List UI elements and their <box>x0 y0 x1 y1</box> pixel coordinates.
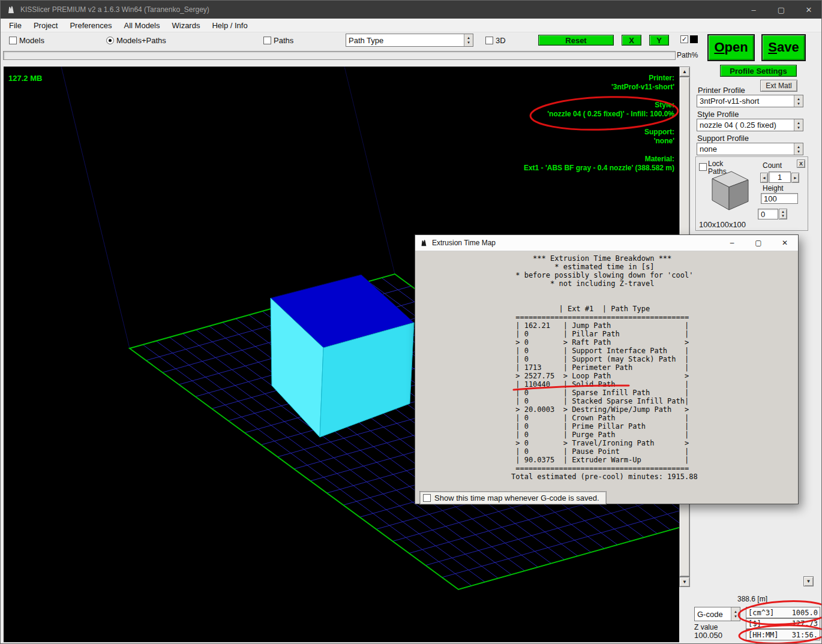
style-profile-dropdown[interactable]: nozzle 04 ( 0.25 fixed) ▲ ▼ <box>697 119 803 131</box>
window-title: KISSlicer PREMIUM v2 a 1.6.3 Win64 (Tara… <box>20 5 209 14</box>
menu-project[interactable]: Project <box>28 20 64 31</box>
ext-matl-button[interactable]: Ext Matl <box>760 80 797 92</box>
time-readout: [HH:MM] 31:56. <box>746 629 820 640</box>
models-paths-label: Models+Paths <box>116 36 166 45</box>
panel-scroll-down-icon[interactable]: ▼ <box>803 576 814 586</box>
time-map-title: Extrusion Time Map <box>432 239 496 247</box>
path-pct-checkbox[interactable]: ✓ <box>680 35 688 43</box>
profile-settings-button[interactable]: Profile Settings <box>720 65 797 77</box>
count-label: Count <box>763 161 782 170</box>
path-type-value: Path Type <box>346 35 464 46</box>
spin-up-icon: ▲ <box>797 97 800 101</box>
path-pct-label: Path% <box>677 51 698 59</box>
app-window: KISSlicer PREMIUM v2 a 1.6.3 Win64 (Tara… <box>0 0 822 644</box>
style-profile-label: Style Profile <box>697 110 739 119</box>
minimize-icon[interactable]: – <box>719 235 745 251</box>
style-profile-spinner[interactable]: ▲ ▼ <box>794 119 803 131</box>
time-map-icon <box>419 239 428 247</box>
three-d-label: 3D <box>496 36 506 45</box>
cost-readout: [$] 127.73 <box>746 618 820 629</box>
spin-up-icon: ▲ <box>467 36 470 40</box>
paths-checkbox[interactable] <box>263 37 271 44</box>
printer-profile-label: Printer Profile <box>698 86 745 95</box>
support-value: 'none' <box>524 137 674 146</box>
volume-readout: [cm^3] 1005.0 <box>746 607 820 618</box>
delete-model-button[interactable]: X <box>797 160 805 168</box>
gcode-value: G-code <box>695 609 731 619</box>
save-button[interactable]: Save <box>761 34 806 61</box>
close-icon[interactable]: ✕ <box>772 235 798 251</box>
spin-up-icon: ▲ <box>797 145 800 149</box>
show-time-map-option[interactable]: Show this time map whenever G-code is sa… <box>420 492 606 504</box>
z-offset-spinner[interactable]: ▲ ▼ <box>779 209 787 219</box>
scroll-down-icon[interactable]: ▼ <box>679 577 690 587</box>
models-paths-radio[interactable] <box>106 37 114 44</box>
count-field[interactable]: 1 <box>769 171 791 183</box>
height-label: Height <box>763 184 784 192</box>
model-dimensions-label: 100x100x100 <box>699 220 746 229</box>
menu-file[interactable]: File <box>3 20 28 31</box>
menu-help-info[interactable]: Help / Info <box>206 20 253 31</box>
printer-value: '3ntProf-v11-short' <box>524 83 674 92</box>
support-profile-dropdown[interactable]: none ▲ ▼ <box>697 143 803 155</box>
models-radio[interactable] <box>9 37 17 44</box>
height-field[interactable]: 100 <box>761 193 798 204</box>
memory-readout: 127.2 MB <box>8 74 42 83</box>
spin-down-icon: ▼ <box>467 41 470 44</box>
reset-button[interactable]: Reset <box>538 35 614 46</box>
maximize-icon[interactable]: ▢ <box>767 1 795 19</box>
count-increment-icon[interactable]: ► <box>791 173 799 183</box>
filament-length-readout: 388.6 [m] <box>737 595 767 603</box>
time-value: 31:56. <box>792 631 818 639</box>
model-cube-icon <box>703 169 752 215</box>
printer-profile-dropdown[interactable]: 3ntProf-v11-short ▲ ▼ <box>697 95 803 107</box>
spin-down-icon: ▼ <box>734 615 737 618</box>
show-time-map-checkbox[interactable] <box>423 494 431 502</box>
menu-bar: File Project Preferences All Models Wiza… <box>1 19 822 32</box>
y-view-button[interactable]: Y <box>649 35 669 46</box>
open-button[interactable]: Open <box>707 34 755 61</box>
lock-label: Lock <box>708 160 723 168</box>
style-profile-value: nozzle 04 ( 0.25 fixed) <box>697 120 794 130</box>
path-type-dropdown[interactable]: Path Type ▲ ▼ <box>346 34 473 47</box>
material-label: Material: <box>524 155 674 164</box>
extrusion-time-map-window[interactable]: Extrusion Time Map – ▢ ✕ *** Extrusion T… <box>415 234 799 504</box>
close-icon[interactable]: ✕ <box>795 1 822 19</box>
minimize-icon[interactable]: – <box>740 1 767 19</box>
time-map-report: *** Extrusion Time Breakdown *** * estim… <box>511 254 698 481</box>
spin-down-icon: ▼ <box>797 102 800 106</box>
three-d-checkbox[interactable] <box>485 37 493 44</box>
printer-profile-spinner[interactable]: ▲ ▼ <box>794 95 803 107</box>
app-icon <box>6 5 16 14</box>
scroll-up-icon[interactable]: ▲ <box>679 67 690 77</box>
paths-label: Paths <box>274 36 293 45</box>
volume-unit: [cm^3] <box>748 609 774 617</box>
menu-wizards[interactable]: Wizards <box>166 20 206 31</box>
count-decrement-icon[interactable]: ◄ <box>760 173 768 183</box>
show-time-map-label: Show this time map whenever G-code is sa… <box>434 493 599 502</box>
time-map-title-bar[interactable]: Extrusion Time Map – ▢ ✕ <box>415 235 798 251</box>
menu-all-models[interactable]: All Models <box>118 20 166 31</box>
printer-label: Printer: <box>524 74 674 83</box>
spin-down-icon: ▼ <box>797 126 800 130</box>
z-value-readout: 100.050 <box>694 631 722 640</box>
x-view-button[interactable]: X <box>622 35 641 46</box>
gcode-spinner[interactable]: ▲ ▼ <box>731 607 740 621</box>
layer-slider[interactable] <box>3 51 676 60</box>
path-type-spinner[interactable]: ▲ ▼ <box>464 34 473 46</box>
models-label: Models <box>19 36 44 45</box>
spin-up-icon: ▲ <box>734 610 737 613</box>
z-offset-field[interactable]: 0 <box>758 209 778 219</box>
slice-summary: Printer: '3ntProf-v11-short' Style: 'noz… <box>524 74 674 173</box>
maximize-icon[interactable]: ▢ <box>745 235 772 251</box>
spin-down-icon: ▼ <box>797 150 800 154</box>
printer-profile-value: 3ntProf-v11-short <box>697 96 794 106</box>
support-profile-spinner[interactable]: ▲ ▼ <box>794 143 803 155</box>
material-value: Ext1 - 'ABS BF gray - 0.4 nozzle' (388.5… <box>524 164 674 173</box>
spin-up-icon: ▲ <box>781 210 785 214</box>
gcode-dropdown[interactable]: G-code ▲ ▼ <box>694 607 740 621</box>
cost-value: 127.73 <box>792 619 818 628</box>
support-profile-label: Support Profile <box>697 134 749 143</box>
spin-down-icon: ▼ <box>781 214 785 218</box>
menu-preferences[interactable]: Preferences <box>64 20 118 31</box>
